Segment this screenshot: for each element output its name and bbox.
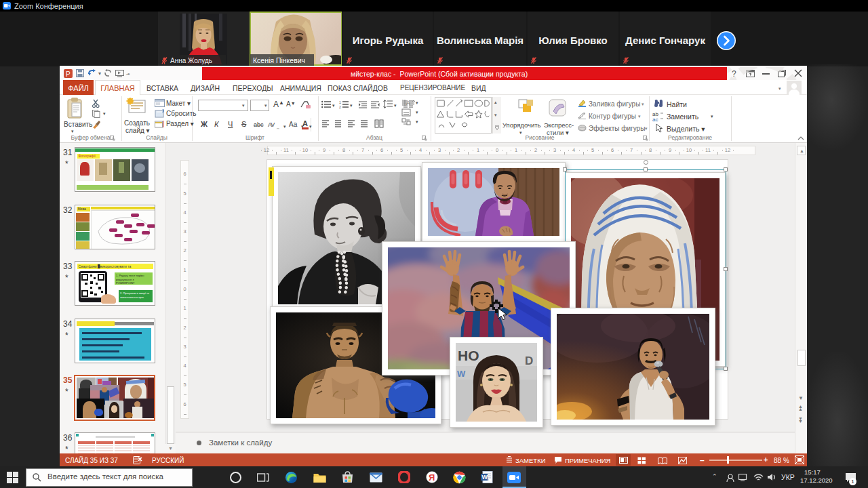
svg-text:D: D xyxy=(525,354,533,367)
svg-text:ac: ac xyxy=(652,117,658,121)
svg-text:P: P xyxy=(66,70,71,78)
svg-text:W: W xyxy=(482,474,488,481)
svg-text:А: А xyxy=(406,100,410,106)
svg-text:2: 2 xyxy=(339,105,341,108)
svg-text:HO: HO xyxy=(458,348,479,363)
svg-text:1: 1 xyxy=(339,100,341,104)
svg-text:Я: Я xyxy=(429,472,435,483)
